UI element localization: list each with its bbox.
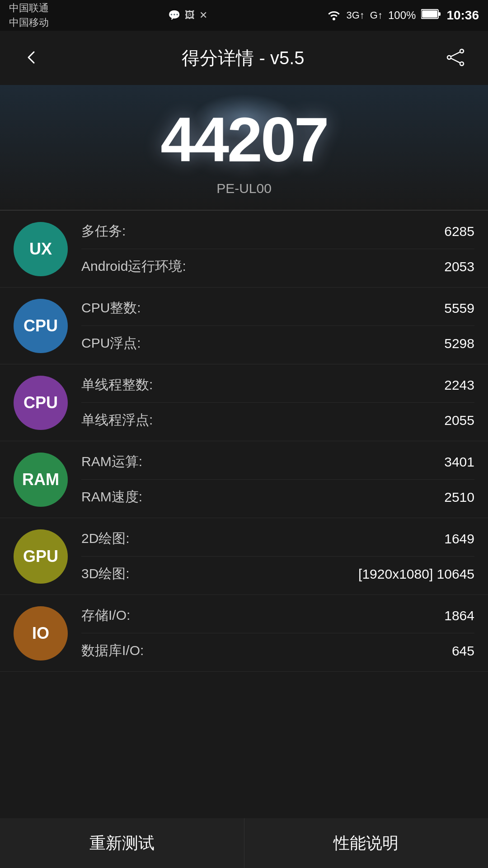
- bench-label-1-1: CPU浮点:: [81, 334, 141, 353]
- bench-value-1-1: 5298: [444, 336, 474, 351]
- bench-metric-2-0: 单线程整数:2243: [81, 368, 474, 402]
- wifi-icon: [327, 8, 341, 23]
- bench-label-4-0: 2D绘图:: [81, 529, 130, 548]
- bench-label-5-1: 数据库I/O:: [81, 642, 144, 660]
- header: 得分详情 - v5.5: [0, 31, 488, 85]
- bench-value-5-1: 645: [452, 643, 474, 659]
- bench-metrics-1: CPU整数:5559CPU浮点:5298: [81, 291, 474, 361]
- bench-label-4-1: 3D绘图:: [81, 565, 130, 583]
- bench-row: IO存储I/O:1864数据库I/O:645: [0, 595, 488, 672]
- share-button[interactable]: [441, 43, 470, 73]
- bench-metric-4-0: 2D绘图:1649: [81, 521, 474, 556]
- bench-label-2-1: 单线程浮点:: [81, 411, 153, 429]
- score-value: 44207: [160, 103, 327, 176]
- carrier1: 中国联通: [9, 1, 49, 15]
- bench-metrics-0: 多任务:6285Android运行环境:2053: [81, 214, 474, 284]
- time: 10:36: [446, 8, 479, 23]
- bench-metrics-3: RAM运算:3401RAM速度:2510: [81, 444, 474, 514]
- bench-row: CPUCPU整数:5559CPU浮点:5298: [0, 288, 488, 364]
- bench-metric-4-1: 3D绘图:[868x488] 10645: [81, 556, 474, 591]
- bench-metrics-4: 2D绘图:16493D绘图:[868x488] 10645: [81, 521, 474, 591]
- bench-value-1-0: 5559: [444, 301, 474, 316]
- svg-rect-1: [438, 12, 441, 16]
- bench-row: RAMRAM运算:3401RAM速度:2510: [0, 441, 488, 518]
- bench-metric-0-1: Android运行环境:2053: [81, 249, 474, 284]
- battery-percent: 100%: [388, 9, 416, 22]
- carrier-info: 中国联通 中国移动: [9, 1, 49, 29]
- message-icon: 💬: [168, 9, 180, 21]
- bench-metric-3-0: RAM运算:3401: [81, 444, 474, 479]
- bench-metric-5-0: 存储I/O:1864: [81, 598, 474, 633]
- bench-icon-4: GPU: [14, 529, 68, 584]
- svg-line-7: [451, 58, 460, 63]
- status-bar: 中国联通 中国移动 💬 🖼 ✕ 3G↑ G↑ 100%: [0, 0, 488, 31]
- bench-value-0-1: 2053: [444, 259, 474, 274]
- bench-metric-2-1: 单线程浮点:2055: [81, 402, 474, 438]
- bench-icon-5: IO: [14, 606, 68, 660]
- bench-metric-1-1: CPU浮点:5298: [81, 326, 474, 361]
- bench-metrics-2: 单线程整数:2243单线程浮点:2055: [81, 368, 474, 438]
- status-icons: 💬 🖼 ✕: [168, 9, 207, 21]
- page-title: 得分详情 - v5.5: [182, 46, 304, 71]
- bench-label-0-0: 多任务:: [81, 222, 126, 241]
- bench-value-3-0: 3401: [444, 454, 474, 470]
- bench-label-1-0: CPU整数:: [81, 299, 141, 317]
- svg-line-6: [451, 52, 460, 57]
- bench-label-3-0: RAM运算:: [81, 453, 142, 471]
- bench-value-3-1: 2510: [444, 490, 474, 505]
- status-right: 3G↑ G↑ 100% 10:36: [327, 8, 479, 23]
- battery-icon: [421, 9, 441, 22]
- bench-value-2-0: 2243: [444, 377, 474, 393]
- bench-row: CPU单线程整数:2243单线程浮点:2055: [0, 364, 488, 441]
- bottom-bar: 重新测试 性能说明: [0, 818, 488, 868]
- bench-metric-0-0: 多任务:6285: [81, 214, 474, 249]
- bench-metric-3-1: RAM速度:2510: [81, 479, 474, 514]
- svg-rect-2: [422, 10, 437, 18]
- svg-point-3: [460, 49, 464, 53]
- bench-icon-0: UX: [14, 222, 68, 276]
- performance-button[interactable]: 性能说明: [244, 818, 488, 868]
- bench-label-3-1: RAM速度:: [81, 488, 142, 506]
- bench-row: UX多任务:6285Android运行环境:2053: [0, 211, 488, 288]
- bench-icon-2: CPU: [14, 376, 68, 430]
- image-icon: 🖼: [185, 9, 195, 21]
- bench-label-5-0: 存储I/O:: [81, 606, 130, 625]
- retest-button[interactable]: 重新测试: [0, 818, 244, 868]
- bench-metrics-5: 存储I/O:1864数据库I/O:645: [81, 598, 474, 668]
- bench-value-2-1: 2055: [444, 413, 474, 428]
- bench-label-2-0: 单线程整数:: [81, 376, 153, 394]
- signal1: 3G↑: [347, 9, 365, 21]
- bench-label-0-1: Android运行环境:: [81, 257, 186, 276]
- bench-value-4-0: 1649: [444, 531, 474, 547]
- bench-metric-1-0: CPU整数:5559: [81, 291, 474, 326]
- svg-point-4: [447, 56, 451, 59]
- bench-value-0-0: 6285: [444, 224, 474, 239]
- svg-point-5: [460, 62, 464, 66]
- bench-value-5-0: 1864: [444, 608, 474, 623]
- back-button[interactable]: [18, 44, 45, 72]
- signal2: G↑: [370, 9, 383, 21]
- bench-value-4-1: [868x488] 10645: [358, 566, 474, 582]
- carrier2: 中国移动: [9, 16, 49, 29]
- score-section: 44207 PE-UL00: [0, 85, 488, 210]
- bench-row: GPU2D绘图:16493D绘图:[868x488] 10645: [0, 518, 488, 595]
- bench-icon-1: CPU: [14, 299, 68, 353]
- close-icon: ✕: [199, 9, 207, 21]
- score-device: PE-UL00: [216, 181, 272, 196]
- benchmark-list: UX多任务:6285Android运行环境:2053CPUCPU整数:5559C…: [0, 211, 488, 672]
- bench-metric-5-1: 数据库I/O:645: [81, 633, 474, 668]
- bench-icon-3: RAM: [14, 453, 68, 507]
